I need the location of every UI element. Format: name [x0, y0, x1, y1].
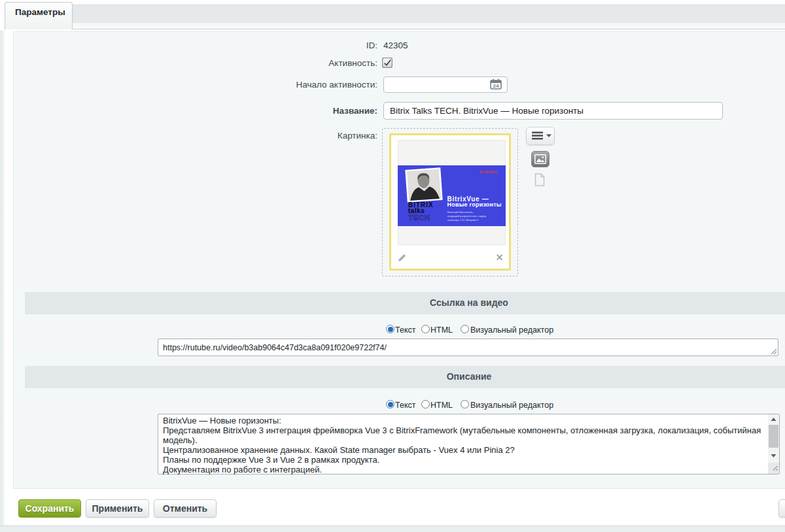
svg-text:Евгений Шеленков,: Евгений Шеленков,: [447, 210, 473, 214]
svg-text:■ СЕЗОН: ■ СЕЗОН: [480, 170, 497, 174]
svg-text:Новые горизонты: Новые горизонты: [447, 201, 502, 208]
svg-text:24: 24: [493, 83, 499, 89]
svg-text:команды «1С-Битрикс»: команды «1С-Битрикс»: [447, 218, 479, 222]
svg-text:TECH: TECH: [408, 214, 430, 222]
svg-text:ведущий разработчик, лидер: ведущий разработчик, лидер: [447, 214, 487, 218]
